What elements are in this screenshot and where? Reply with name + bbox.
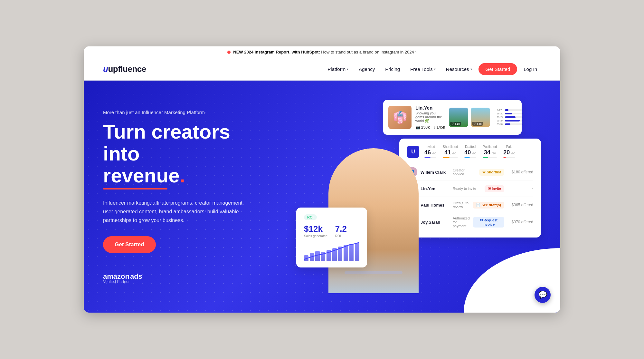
nav-label-free-tools: Free Tools (410, 66, 433, 72)
camp-stat-published: Published 34 /90 (483, 145, 497, 158)
creator-amount-linyen: - (507, 186, 533, 191)
sales-label: Sales generated (304, 234, 327, 238)
age-row-4: 35-54 (497, 123, 522, 126)
influencer-name: Lin.Yen (415, 105, 445, 111)
tiktok-icon: ♪ (434, 125, 436, 130)
nav-item-agency[interactable]: Agency (355, 64, 379, 74)
chevron-down-icon: ▾ (434, 67, 436, 71)
sales-value: $12k (304, 224, 327, 234)
creator-status-linyen: Ready to invite (453, 187, 481, 190)
nav-links: Platform ▾ Agency Pricing Free Tools ▾ (324, 63, 541, 75)
navbar: uupfluence Platform ▾ Agency Pricing (84, 58, 560, 81)
hero-title-line2: revenue (103, 164, 180, 187)
amazon-logo: amazon ads Verified Partner (103, 272, 142, 284)
nav-label-resources: Resources (446, 66, 469, 72)
hero-title-line1: Turn creators into (103, 121, 230, 165)
camp-stat-shortlisted: Shortlisted 41 /90 (443, 145, 458, 158)
announcement-dot (227, 51, 231, 54)
announcement-text[interactable]: NEW 2024 Instagram Report, with HubSpot:… (233, 50, 416, 54)
nav-item-free-tools[interactable]: Free Tools ▾ (406, 64, 440, 74)
shortlist-button[interactable]: ★ Shortlist (479, 169, 504, 176)
chat-button[interactable]: 💬 (535, 287, 551, 303)
nav-item-resources[interactable]: Resources ▾ (442, 64, 476, 74)
nav-item-platform[interactable]: Platform ▾ (324, 64, 352, 74)
announcement-bold: NEW 2024 Instagram Report, with HubSpot: (233, 50, 320, 54)
roi-label: ROI (335, 234, 347, 238)
age-chart: 0-17 18-20 21-24 25-34 (497, 109, 522, 126)
request-invoice-button[interactable]: ✉ Request Invoice (473, 217, 504, 228)
age-row-2: 21-24 (497, 116, 522, 119)
creator-status-willem: Creator applied (453, 168, 476, 176)
chat-icon: 💬 (538, 291, 547, 299)
hero-title-underline (103, 188, 167, 189)
nav-login-button[interactable]: Log In (520, 64, 541, 74)
nav-cta-button[interactable]: Get Started (478, 63, 517, 75)
creator-status-joysarah: Authorized for payment (453, 216, 470, 228)
creator-amount-paul: $365 offered (507, 203, 533, 207)
hero-title: Turn creators into revenue. (103, 121, 270, 189)
hero-section: More than just an Influencer Marketing P… (84, 81, 560, 313)
age-row-1: 18-20 (497, 112, 522, 115)
roi-value: 7.2 (335, 224, 347, 234)
hero-cta-button[interactable]: Get Started (103, 236, 156, 253)
table-row: 👤 Lin.Yen Ready to invite ✉ Invite - (407, 180, 533, 197)
influencer-images: ♡ 518 ♡ 848 (449, 108, 490, 127)
influencer-image-beach: ♡ 848 (471, 108, 490, 127)
campaign-stats: Invited 46 /90 Shortlisted 41 (424, 145, 515, 158)
nav-link-platform[interactable]: Platform ▾ (324, 64, 352, 74)
mountain-hearts: ♡ 518 (450, 122, 461, 126)
beach-hearts: ♡ 848 (472, 122, 483, 126)
hero-left: More than just an Influencer Marketing P… (103, 100, 270, 284)
tiktok-count: 145k (437, 125, 445, 130)
hero-dot: . (180, 164, 185, 187)
creator-status-paul: Draft(s) to review (453, 201, 469, 209)
roi-card: ROI $12k Sales generated 7.2 ROI (296, 208, 367, 267)
hero-cta-label: Get Started (115, 241, 144, 247)
table-row: 👤 Paul Homes Draft(s) to review 📄 See dr… (407, 197, 533, 213)
nav-cta-label: Get Started (486, 66, 510, 72)
hero-description: Influencer marketing, affiliate programs… (103, 199, 245, 225)
table-row: 👤 Willem Clark Creator applied ★ Shortli… (407, 164, 533, 180)
roi-badge: ROI (304, 214, 317, 220)
nav-link-resources[interactable]: Resources ▾ (442, 64, 476, 74)
creator-amount-willem: $180 offered (507, 170, 533, 174)
nav-item-pricing[interactable]: Pricing (381, 64, 404, 74)
camp-stat-paid: Paid 20 /90 (503, 145, 515, 158)
nav-item-cta[interactable]: Get Started (478, 63, 517, 75)
nav-link-agency[interactable]: Agency (355, 64, 379, 74)
logo[interactable]: uupfluence (103, 64, 146, 74)
hero-subtitle: More than just an Influencer Marketing P… (103, 110, 270, 115)
nav-login-label: Log In (524, 66, 537, 72)
creator-amount-joysarah: $370 offered (507, 220, 533, 224)
table-row: 👤 Joy.Sarah Authorized for payment ✉ Req… (407, 213, 533, 231)
nav-item-login[interactable]: Log In (520, 64, 541, 74)
hero-right: Lin.Yen Showing you gems around the worl… (270, 100, 541, 293)
amazon-badge: amazon ads Verified Partner (103, 272, 270, 284)
nav-link-free-tools[interactable]: Free Tools ▾ (406, 64, 440, 74)
nav-label-platform: Platform (327, 66, 346, 72)
see-drafts-button[interactable]: 📄 See draft(s) (473, 202, 504, 209)
camp-stat-invited: Invited 46 /90 (424, 145, 436, 158)
sales-stat: $12k Sales generated (304, 224, 327, 238)
roi-numbers: $12k Sales generated 7.2 ROI (304, 224, 359, 238)
chevron-down-icon: ▾ (347, 67, 348, 71)
announcement-text-body: How to stand out as a brand on Instagram… (321, 50, 414, 54)
nav-label-pricing: Pricing (385, 66, 400, 72)
roi-stat: 7.2 ROI (335, 224, 347, 238)
camp-stat-drafted: Drafted 40 /90 (464, 145, 476, 158)
age-row-3: 25-34 (497, 119, 522, 122)
announcement-chevron: › (415, 50, 416, 54)
roi-trend-line (304, 242, 359, 261)
chevron-down-icon: ▾ (470, 67, 472, 71)
amazon-ads-text: ads (130, 272, 142, 281)
age-row-0: 0-17 (497, 109, 522, 112)
campaign-creator-rows: 👤 Willem Clark Creator applied ★ Shortli… (407, 164, 533, 231)
invite-button[interactable]: ✉ Invite (485, 185, 504, 192)
laptop-base (345, 271, 402, 274)
nav-link-pricing[interactable]: Pricing (381, 64, 404, 74)
influencer-image-mountain: ♡ 518 (449, 108, 468, 127)
announcement-bar: NEW 2024 Instagram Report, with HubSpot:… (84, 46, 560, 58)
tiktok-stat: ♪ 145k (434, 125, 445, 130)
campaign-header: U Invited 46 /90 Sh (407, 145, 533, 158)
influencer-bio: Showing you gems around the world 🌿 (415, 111, 445, 123)
